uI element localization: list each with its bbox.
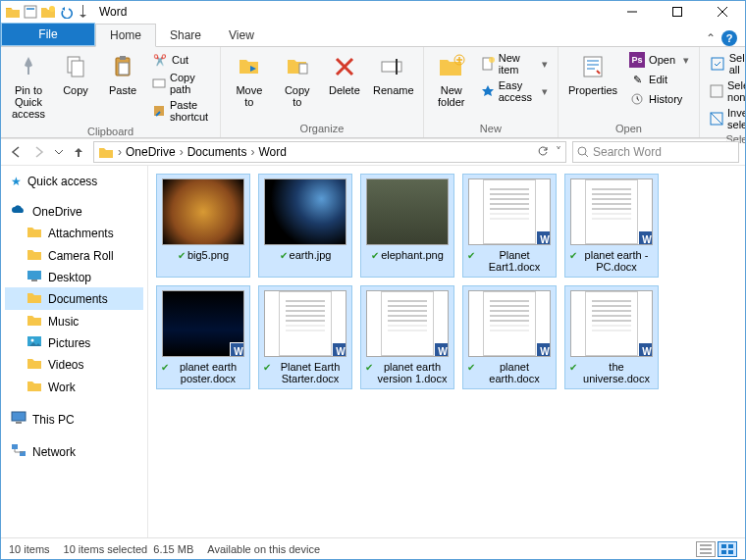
open-icon: Ps — [629, 52, 645, 68]
nav-pane: ★Quick access OneDrive AttachmentsCamera… — [1, 166, 148, 537]
properties-button[interactable]: Properties — [564, 49, 621, 98]
folder-icon — [27, 225, 42, 241]
refresh-button[interactable] — [536, 144, 550, 161]
breadcrumb-item[interactable]: OneDrive — [126, 145, 176, 159]
tab-share[interactable]: Share — [156, 25, 215, 46]
nav-onedrive[interactable]: OneDrive — [5, 201, 143, 222]
sync-status-icon: ✔ — [467, 362, 475, 374]
easy-access-button[interactable]: Easy access▾ — [477, 78, 552, 104]
select-none-button[interactable]: Select none — [706, 78, 746, 104]
folder-icon — [27, 335, 42, 350]
nav-item-attachments[interactable]: Attachments — [5, 222, 143, 244]
nav-item-music[interactable]: Music — [5, 310, 143, 332]
svg-point-24 — [578, 147, 586, 155]
copy-to-button[interactable]: Copy to — [276, 49, 319, 110]
file-name: the universe.docx — [579, 361, 654, 384]
file-name: Planet Earth Starter.docx — [273, 361, 347, 384]
edit-icon: ✎ — [629, 72, 645, 87]
nav-item-desktop[interactable]: Desktop — [5, 267, 143, 287]
tab-view[interactable]: View — [215, 25, 268, 46]
rename-button[interactable]: Rename — [370, 49, 417, 98]
word-icon: W — [332, 342, 346, 357]
file-item[interactable]: W✔Planet Earth Starter.docx — [258, 285, 352, 389]
qat-new-folder-icon[interactable] — [40, 4, 56, 20]
pin-icon — [13, 51, 44, 82]
file-item[interactable]: W✔planet earth poster.docx — [156, 285, 250, 389]
nav-item-camera-roll[interactable]: Camera Roll — [5, 244, 143, 267]
status-selected: 10 items selected 6.15 MB — [64, 543, 194, 555]
help-icon[interactable]: ? — [721, 30, 737, 46]
view-details-button[interactable] — [696, 541, 716, 557]
file-item[interactable]: W✔planet earth version 1.docx — [360, 285, 454, 389]
view-icons-button[interactable] — [718, 541, 737, 557]
svg-rect-22 — [711, 85, 722, 97]
svg-rect-11 — [153, 79, 165, 87]
edit-button[interactable]: ✎Edit — [625, 71, 693, 88]
delete-button[interactable]: Delete — [323, 49, 366, 98]
svg-rect-4 — [673, 8, 682, 17]
pin-to-quick-access-button[interactable]: Pin to Quick access — [7, 49, 50, 122]
forward-button[interactable] — [30, 143, 48, 161]
search-input[interactable]: Search Word — [572, 141, 739, 163]
select-all-button[interactable]: Select all — [706, 51, 746, 76]
nav-quick-access[interactable]: ★Quick access — [5, 172, 143, 191]
qat-undo-icon[interactable] — [58, 4, 74, 20]
folder-icon — [27, 247, 42, 264]
rename-icon — [378, 51, 409, 82]
qat-folder-icon[interactable] — [5, 4, 21, 20]
title-bar: Word — [1, 1, 745, 23]
nav-this-pc[interactable]: This PC — [5, 408, 143, 431]
up-button[interactable] — [70, 143, 87, 161]
file-item[interactable]: W✔Planet Eart1.docx — [462, 174, 557, 278]
move-to-button[interactable]: Move to — [227, 49, 271, 110]
minimize-button[interactable] — [610, 1, 655, 23]
folder-icon — [27, 356, 42, 373]
new-item-button[interactable]: New item▾ — [477, 51, 552, 76]
search-icon — [577, 146, 589, 158]
nav-item-pictures[interactable]: Pictures — [5, 332, 143, 353]
recent-locations-button[interactable] — [54, 143, 64, 161]
collapse-ribbon-icon[interactable]: ⌃ — [706, 31, 716, 45]
svg-rect-36 — [728, 550, 733, 554]
tab-home[interactable]: Home — [95, 24, 156, 47]
svg-rect-10 — [119, 63, 129, 75]
file-item[interactable]: W✔planet earth.docx — [462, 285, 557, 389]
maximize-button[interactable] — [655, 1, 700, 23]
svg-rect-13 — [299, 64, 307, 74]
history-button[interactable]: History — [625, 90, 693, 108]
invert-selection-icon — [710, 111, 723, 127]
paste-shortcut-button[interactable]: Paste shortcut — [148, 98, 214, 124]
breadcrumb-item[interactable]: Word — [258, 145, 286, 159]
nav-item-videos[interactable]: Videos — [5, 353, 143, 376]
file-item[interactable]: ✔elephant.png — [360, 174, 454, 278]
breadcrumb-folder-icon — [98, 144, 114, 160]
close-button[interactable] — [700, 1, 745, 23]
invert-selection-button[interactable]: Invert selection — [706, 106, 746, 131]
file-item[interactable]: ✔earth.jpg — [258, 174, 352, 278]
new-folder-button[interactable]: New folder — [430, 49, 473, 110]
file-item[interactable]: W✔the universe.docx — [564, 285, 659, 389]
qat-overflow-icon[interactable] — [76, 4, 91, 20]
paste-button[interactable]: Paste — [101, 49, 144, 98]
nav-network[interactable]: Network — [5, 440, 143, 463]
file-item[interactable]: ✔big5.png — [156, 174, 250, 278]
file-list[interactable]: ✔big5.png✔earth.jpg✔elephant.pngW✔Planet… — [148, 166, 745, 537]
easy-access-icon — [481, 83, 495, 99]
network-icon — [11, 443, 27, 460]
back-button[interactable] — [7, 143, 25, 161]
copy-button[interactable]: Copy — [54, 49, 97, 98]
tab-file[interactable]: File — [1, 23, 95, 46]
breadcrumb-item[interactable]: Documents — [187, 145, 247, 159]
nav-item-work[interactable]: Work — [5, 376, 143, 398]
copy-path-button[interactable]: Copy path — [148, 71, 214, 96]
file-item[interactable]: W✔planet earth - PC.docx — [564, 174, 659, 278]
breadcrumb[interactable]: › OneDrive› Documents› Word ˅ — [93, 141, 566, 163]
group-clipboard: Pin to Quick access Copy Paste ✂️Cut Cop… — [1, 47, 221, 137]
svg-rect-29 — [12, 412, 26, 421]
open-button[interactable]: PsOpen▾ — [625, 51, 693, 69]
nav-item-documents[interactable]: Documents — [5, 287, 143, 310]
qat-props-icon[interactable] — [23, 4, 38, 20]
sync-status-icon: ✔ — [569, 250, 577, 262]
cut-button[interactable]: ✂️Cut — [148, 51, 214, 69]
svg-rect-25 — [27, 271, 41, 280]
